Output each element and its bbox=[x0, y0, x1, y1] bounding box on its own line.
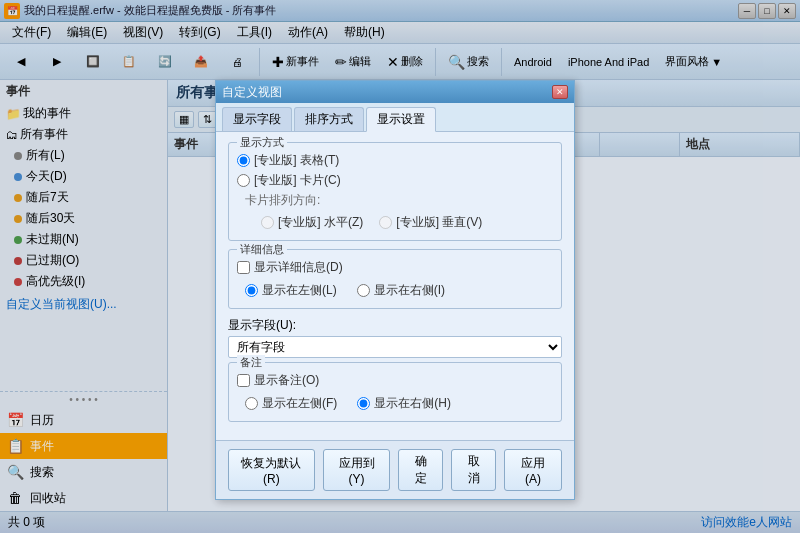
ui-style-button[interactable]: 界面风格 ▼ bbox=[658, 51, 729, 72]
filter-next7[interactable]: 随后7天 bbox=[0, 187, 167, 208]
nav-trash[interactable]: 🗑 回收站 bbox=[0, 485, 167, 511]
custom-view-link[interactable]: 自定义当前视图(U)... bbox=[6, 297, 117, 311]
filter-not-overdue[interactable]: 未过期(N) bbox=[0, 229, 167, 250]
search-label: 搜索 bbox=[467, 54, 489, 69]
tab-display[interactable]: 显示设置 bbox=[366, 107, 436, 132]
radio-vertical-input[interactable] bbox=[379, 216, 392, 229]
display-fields-select[interactable]: 所有字段 常用字段 自定义 bbox=[228, 336, 562, 358]
apply-button[interactable]: 应用(A) bbox=[504, 449, 562, 491]
radio-horizontal-label: [专业版] 水平(Z) bbox=[278, 214, 363, 231]
notes-section: 备注 显示备注(O) 显示在左侧(F) 显示在右侧(H) bbox=[228, 362, 562, 422]
website-link[interactable]: 访问效能e人网站 bbox=[701, 514, 792, 531]
sidebar-toggle[interactable]: • • • • • bbox=[0, 392, 167, 407]
menu-action[interactable]: 动作(A) bbox=[280, 22, 336, 43]
separator1 bbox=[259, 48, 260, 76]
radio-horizontal: [专业版] 水平(Z) bbox=[261, 214, 363, 231]
toolbar-icon5[interactable]: 🔄 bbox=[148, 50, 182, 74]
show-notes-checkbox[interactable] bbox=[237, 374, 250, 387]
filter-overdue[interactable]: 已过期(O) bbox=[0, 250, 167, 271]
detail-info-section: 详细信息 显示详细信息(D) 显示在左侧(L) 显示在右侧(I) bbox=[228, 249, 562, 309]
detail-left-input[interactable] bbox=[245, 284, 258, 297]
delete-label: 删除 bbox=[401, 54, 423, 69]
ok-button[interactable]: 确定 bbox=[398, 449, 443, 491]
show-notes-row: 显示备注(O) bbox=[237, 372, 553, 389]
dot-not-overdue bbox=[14, 236, 22, 244]
notes-right: 显示在右侧(H) bbox=[357, 395, 451, 412]
delete-icon: ✕ bbox=[387, 54, 399, 70]
style-arrow-icon: ▼ bbox=[711, 56, 722, 68]
events-icon: 📋 bbox=[6, 437, 24, 455]
display-fields-row: 显示字段(U): 所有字段 常用字段 自定义 bbox=[228, 317, 562, 358]
radio-card: [专业版] 卡片(C) bbox=[237, 172, 553, 189]
show-detail-label: 显示详细信息(D) bbox=[254, 259, 343, 276]
iphone-ipad-button[interactable]: iPhone And iPad bbox=[561, 53, 656, 71]
toolbar-forward-button[interactable]: ▶ bbox=[40, 50, 74, 74]
sidebar-my-events[interactable]: 📁 我的事件 bbox=[0, 103, 167, 124]
detail-right: 显示在右侧(I) bbox=[357, 282, 445, 299]
filter-all[interactable]: 所有(L) bbox=[0, 145, 167, 166]
detail-right-input[interactable] bbox=[357, 284, 370, 297]
radio-card-input[interactable] bbox=[237, 174, 250, 187]
android-label: Android bbox=[514, 56, 552, 68]
filter-today[interactable]: 今天(D) bbox=[0, 166, 167, 187]
radio-table-label: [专业版] 表格(T) bbox=[254, 152, 339, 169]
radio-horizontal-input[interactable] bbox=[261, 216, 274, 229]
display-mode-section: 显示方式 [专业版] 表格(T) [专业版] 卡片(C) 卡片排列方向: [专业… bbox=[228, 142, 562, 241]
radio-table-input[interactable] bbox=[237, 154, 250, 167]
icon7: 🖨 bbox=[227, 53, 247, 71]
close-window-button[interactable]: ✕ bbox=[778, 3, 796, 19]
modal-tabs: 显示字段 排序方式 显示设置 bbox=[216, 103, 574, 132]
search-button[interactable]: 🔍 搜索 bbox=[441, 51, 496, 73]
notes-left-input[interactable] bbox=[245, 397, 258, 410]
minimize-button[interactable]: ─ bbox=[738, 3, 756, 19]
restore-default-button[interactable]: 恢复为默认(R) bbox=[228, 449, 315, 491]
menu-view[interactable]: 视图(V) bbox=[115, 22, 171, 43]
app-icon: 📅 bbox=[4, 3, 20, 19]
apply-to-button[interactable]: 应用到(Y) bbox=[323, 449, 390, 491]
new-event-button[interactable]: ✚ 新事件 bbox=[265, 51, 326, 73]
menu-edit[interactable]: 编辑(E) bbox=[59, 22, 115, 43]
col-empty bbox=[600, 133, 680, 156]
menu-tools[interactable]: 工具(I) bbox=[229, 22, 280, 43]
sidebar-all-events[interactable]: 🗂 所有事件 bbox=[0, 124, 167, 145]
view-toggle-btn[interactable]: ▦ bbox=[174, 111, 194, 128]
edit-button[interactable]: ✏ 编辑 bbox=[328, 51, 378, 73]
search-nav-icon: 🔍 bbox=[6, 463, 24, 481]
filter-high-priority[interactable]: 高优先级(I) bbox=[0, 271, 167, 292]
toolbar-back-button[interactable]: ◀ bbox=[4, 50, 38, 74]
status-count: 共 0 项 bbox=[8, 514, 45, 531]
detail-info-label: 详细信息 bbox=[237, 242, 287, 257]
sidebar-navigation: • • • • • 📅 日历 📋 事件 🔍 搜索 🗑 回收站 bbox=[0, 391, 167, 511]
notes-left-label: 显示在左侧(F) bbox=[262, 395, 337, 412]
trash-icon: 🗑 bbox=[6, 489, 24, 507]
nav-events[interactable]: 📋 事件 bbox=[0, 433, 167, 459]
card-direction-row: [专业版] 水平(Z) [专业版] 垂直(V) bbox=[261, 211, 553, 234]
nav-calendar[interactable]: 📅 日历 bbox=[0, 407, 167, 433]
menu-help[interactable]: 帮助(H) bbox=[336, 22, 393, 43]
cancel-button[interactable]: 取消 bbox=[451, 449, 496, 491]
card-direction-label: 卡片排列方向: bbox=[245, 193, 320, 207]
col-location: 地点 bbox=[680, 133, 800, 156]
delete-button[interactable]: ✕ 删除 bbox=[380, 51, 430, 73]
tab-sort[interactable]: 排序方式 bbox=[294, 107, 364, 131]
menu-file[interactable]: 文件(F) bbox=[4, 22, 59, 43]
filter-next30[interactable]: 随后30天 bbox=[0, 208, 167, 229]
tab-fields[interactable]: 显示字段 bbox=[222, 107, 292, 131]
separator2 bbox=[435, 48, 436, 76]
notes-right-input[interactable] bbox=[357, 397, 370, 410]
nav-trash-label: 回收站 bbox=[30, 490, 66, 507]
menu-goto[interactable]: 转到(G) bbox=[171, 22, 228, 43]
toolbar-icon4[interactable]: 📋 bbox=[112, 50, 146, 74]
toolbar-icon3[interactable]: 🔲 bbox=[76, 50, 110, 74]
forward-icon: ▶ bbox=[47, 53, 67, 71]
filter-not-overdue-label: 未过期(N) bbox=[26, 231, 79, 248]
android-button[interactable]: Android bbox=[507, 53, 559, 71]
show-detail-checkbox[interactable] bbox=[237, 261, 250, 274]
maximize-button[interactable]: □ bbox=[758, 3, 776, 19]
toolbar-icon7[interactable]: 🖨 bbox=[220, 50, 254, 74]
nav-events-label: 事件 bbox=[30, 438, 54, 455]
nav-search[interactable]: 🔍 搜索 bbox=[0, 459, 167, 485]
modal-close-button[interactable]: ✕ bbox=[552, 85, 568, 99]
detail-left: 显示在左侧(L) bbox=[245, 282, 337, 299]
toolbar-icon6[interactable]: 📤 bbox=[184, 50, 218, 74]
